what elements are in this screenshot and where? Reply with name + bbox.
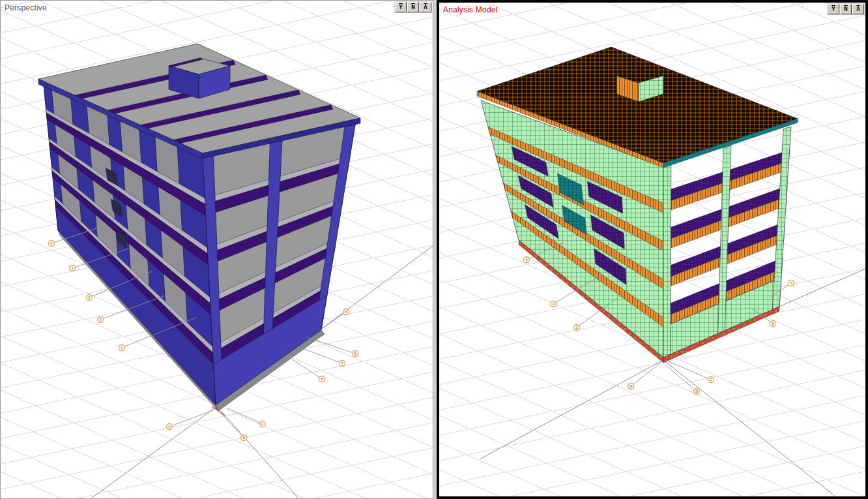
viewport-perspective[interactable]: 43291ABC5678 Perspective Y N Λ [0, 0, 433, 499]
viewport-title: Perspective [5, 3, 47, 12]
building-model-analysis[interactable] [477, 47, 798, 363]
perspective-scene: 43291ABC5678 [1, 1, 433, 498]
grid-bubble-label: A [629, 384, 632, 388]
button-y[interactable]: Y [395, 2, 407, 12]
viewport-button-group: Y N Λ [394, 1, 432, 13]
grid-leader-line [169, 410, 213, 427]
grid-bubble-label: C [710, 378, 713, 382]
grid-bubble[interactable]: C [669, 361, 714, 383]
button-caret[interactable]: Λ [852, 4, 864, 14]
analysis-scene: 432ABC56 [439, 3, 865, 496]
viewport-title: Analysis Model [443, 5, 498, 14]
grid-leader-line [297, 346, 342, 363]
grid-leader-line [631, 363, 661, 386]
button-n[interactable]: N [407, 2, 419, 12]
grid-leader-line [220, 412, 244, 438]
grid-bubble[interactable]: B [220, 412, 247, 441]
grid-bubble-label: B [242, 436, 245, 440]
grid-bubble[interactable]: 6 [307, 337, 358, 357]
grid-leader-line [666, 365, 697, 391]
building-model-rendered[interactable] [38, 44, 360, 416]
grid-bubble[interactable]: 8 [287, 356, 325, 382]
grid-bubble[interactable]: B [666, 365, 700, 395]
button-n[interactable]: N [840, 4, 852, 14]
viewport-analysis-model[interactable]: 432ABC56 Analysis Model Y N Λ [437, 0, 868, 499]
viewport-button-group: Y N Λ [827, 3, 865, 15]
grid-leader-line [669, 361, 711, 380]
grid-leader-line [307, 337, 355, 354]
grid-leader-line [227, 408, 263, 424]
grid-bubble-label: A [168, 425, 171, 429]
grid-leader-line [287, 356, 322, 379]
button-caret[interactable]: Λ [420, 2, 431, 12]
grid-bubble-label: C [261, 422, 265, 426]
button-y[interactable]: Y [828, 4, 839, 14]
grid-bubble[interactable]: 7 [297, 346, 345, 367]
grid-bubble[interactable]: A [628, 363, 661, 389]
grid-bubble-label: B [695, 389, 698, 393]
